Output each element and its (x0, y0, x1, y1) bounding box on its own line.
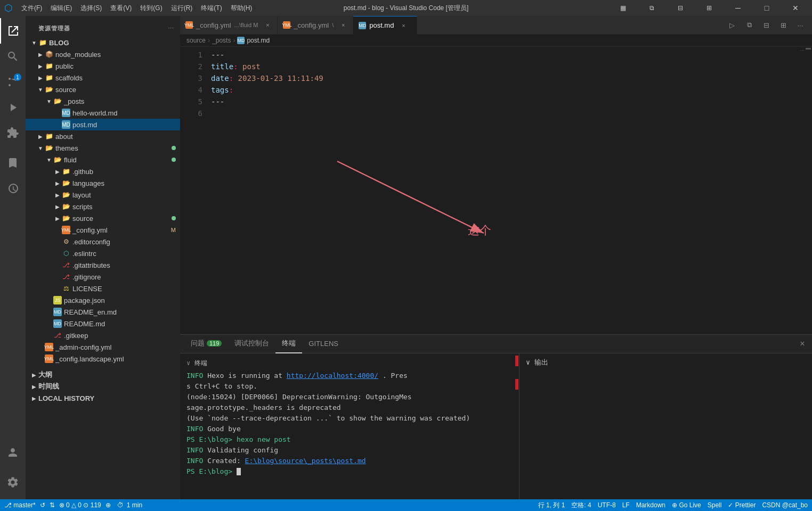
tree-item-scripts[interactable]: ▶ 📂 scripts (26, 201, 180, 212)
activity-bookmarks[interactable] (0, 150, 26, 176)
tree-item-themes[interactable]: ▼ 📂 themes (26, 142, 180, 154)
terminal-section[interactable]: ∨ 终端 INFO Hexo is running at http://loca… (180, 353, 515, 499)
tree-item-public[interactable]: ▶ 📁 public (26, 60, 180, 72)
code-line-4: tags: (211, 84, 808, 96)
editor-scrollbar[interactable] (805, 47, 812, 334)
panel-tab-terminal[interactable]: 终端 (275, 335, 302, 353)
code-area[interactable]: --- title: post date: 2023-01-23 11:11:4… (207, 47, 812, 334)
activity-accounts[interactable] (0, 440, 26, 465)
sidebar-more-icon[interactable]: ··· (168, 23, 174, 31)
tree-item-github[interactable]: ▶ 📁 .github (26, 166, 180, 177)
panel-tab-debug[interactable]: 调试控制台 (228, 335, 275, 353)
minimize-button[interactable]: ─ (726, 0, 750, 16)
panel-tab-gitlens[interactable]: GITLENS (302, 335, 345, 353)
menu-select[interactable]: 选择(S) (80, 4, 102, 13)
tab-config-yml-root[interactable]: YML _config.yml \ × (278, 16, 353, 35)
tree-item-license[interactable]: ▶ ⚖ LICENSE (26, 283, 180, 294)
tree-item-languages[interactable]: ▶ 📂 languages (26, 177, 180, 189)
more-actions-button[interactable]: ··· (793, 18, 808, 32)
sync-icon[interactable]: ↺ (40, 501, 45, 509)
tree-item-gitignore[interactable]: ▶ ⎇ .gitignore (26, 271, 180, 283)
problems-count-status[interactable]: ⊗ 0 △ 0 ⊙ 119 (59, 501, 101, 509)
spell-status[interactable]: Spell (708, 501, 722, 509)
run-preview-button[interactable]: ▷ (725, 18, 740, 32)
tree-item-readme-en[interactable]: ▶ MD README_en.md (26, 306, 180, 318)
tab-config-yml-fluid[interactable]: YML _config.yml ...\fluid M × (180, 16, 278, 35)
encoding-status[interactable]: UTF-8 (598, 501, 616, 509)
tree-label: scripts (72, 203, 93, 211)
tree-item-posts[interactable]: ▼ 📂 _posts (26, 95, 180, 107)
csdn-status[interactable]: CSDN @cat_bo (762, 501, 808, 509)
language-mode-status[interactable]: Markdown (636, 501, 665, 509)
tree-item-config-yml-fluid[interactable]: ▶ YML _config.yml M (26, 224, 180, 236)
close-button[interactable]: ✕ (783, 0, 808, 16)
menu-view[interactable]: 查看(V) (110, 4, 132, 13)
maximize-button[interactable]: □ (754, 0, 779, 16)
editor-panel-wrapper: 1 2 3 4 5 6 --- title: post date: 2023-0… (180, 47, 812, 499)
activity-source-control[interactable]: 1 (0, 69, 26, 95)
menu-file[interactable]: 文件(F) (21, 4, 42, 13)
breadcrumb-source[interactable]: source (186, 37, 206, 44)
created-path-link[interactable]: E:\blog\source\_posts\post.md (245, 457, 366, 465)
panel-scrollbar[interactable] (515, 353, 519, 499)
tree-item-fluid[interactable]: ▼ 📂 fluid (26, 154, 180, 166)
indentation-status[interactable]: 空格: 4 (571, 501, 591, 510)
activity-run[interactable] (0, 95, 26, 120)
git-branch-status[interactable]: ⎇ master* (4, 501, 36, 509)
tab-post-md[interactable]: MD post.md × (353, 16, 417, 35)
tree-item-eslintrc[interactable]: ▶ ⬡ .eslintrc (26, 248, 180, 259)
tree-section-timeline[interactable]: ▶ 时间线 (26, 381, 180, 392)
activity-search[interactable] (0, 44, 26, 69)
titlebar-controls: ▦ ⧉ ⊟ ⊞ ─ □ ✕ (611, 0, 808, 16)
tree-item-layout[interactable]: ▶ 📂 layout (26, 189, 180, 201)
activity-settings[interactable] (0, 469, 26, 495)
tree-item-config-landscape[interactable]: ▶ YML _config.landscape.yml (26, 353, 180, 365)
menu-goto[interactable]: 转到(G) (140, 4, 162, 13)
prettier-status[interactable]: ✓ Prettier (728, 501, 756, 509)
menu-edit[interactable]: 编辑(E) (51, 4, 72, 13)
tree-item-package-json[interactable]: ▶ JS package.json (26, 294, 180, 306)
add-status[interactable]: ⊕ (105, 501, 111, 509)
breadcrumb-posts[interactable]: _posts (212, 37, 231, 44)
panel-tab-problems[interactable]: 问题 119 (184, 335, 228, 353)
menu-help[interactable]: 帮助(H) (231, 4, 253, 13)
layout-toggle-icon[interactable]: ▦ (611, 0, 635, 16)
tree-item-about[interactable]: ▶ 📁 about (26, 130, 180, 142)
tree-item-readme[interactable]: ▶ MD README.md (26, 318, 180, 329)
activity-explorer[interactable] (0, 18, 26, 44)
activity-history[interactable] (0, 176, 26, 201)
activity-extensions[interactable] (0, 120, 26, 146)
tab-close-button[interactable]: × (399, 21, 408, 30)
cursor-position-status[interactable]: 行 1, 列 1 (538, 501, 565, 510)
tree-item-source[interactable]: ▼ 📂 source (26, 84, 180, 95)
menu-run[interactable]: 运行(R) (171, 4, 193, 13)
tree-item-gitkeep[interactable]: ▶ ⎇ .gitkeep (26, 329, 180, 341)
breadcrumb-current-file[interactable]: MD post.md (237, 37, 270, 44)
panel-close-button[interactable]: × (797, 339, 808, 349)
customize-layout-icon[interactable]: ⊞ (697, 0, 721, 16)
split-editor-down-button[interactable]: ⊟ (759, 18, 774, 32)
tree-item-blog[interactable]: ▼ 📁 BLOG (26, 37, 180, 48)
push-pull-icon[interactable]: ⇅ (50, 501, 55, 509)
tree-item-gitattributes[interactable]: ▶ ⎇ .gitattributes (26, 259, 180, 271)
editor-layout-icon[interactable]: ⊟ (668, 0, 693, 16)
split-editor-right-button[interactable]: ⧉ (742, 18, 757, 32)
tree-section-local-history[interactable]: ▶ LOCAL HISTORY (26, 392, 180, 404)
go-live-status[interactable]: ⊕ Go Live (672, 501, 701, 509)
localhost-link[interactable]: http://localhost:4000/ (287, 372, 378, 380)
tab-close-button[interactable]: × (339, 21, 347, 29)
tree-item-hello-world[interactable]: ▶ MD hello-world.md (26, 107, 180, 119)
tree-item-node-modules[interactable]: ▶ 📦 node_modules (26, 48, 180, 60)
editor-content[interactable]: 1 2 3 4 5 6 --- title: post date: 2023-0… (180, 47, 812, 334)
line-ending-status[interactable]: LF (622, 501, 630, 509)
tree-item-admin-config[interactable]: ▶ YML _admin-config.yml (26, 341, 180, 353)
tree-item-editorconfig[interactable]: ▶ ⚙ .editorconfig (26, 236, 180, 248)
tree-item-scaffolds[interactable]: ▶ 📁 scaffolds (26, 72, 180, 84)
tree-section-outline[interactable]: ▶ 大纲 (26, 369, 180, 381)
split-editor-button[interactable]: ⊞ (776, 18, 791, 32)
tree-item-post-md[interactable]: ▶ MD post.md (26, 119, 180, 130)
menu-terminal[interactable]: 终端(T) (201, 4, 222, 13)
tab-close-button[interactable]: × (263, 21, 272, 29)
split-editor-icon[interactable]: ⧉ (639, 0, 664, 16)
tree-item-source-fluid[interactable]: ▶ 📂 source (26, 212, 180, 224)
